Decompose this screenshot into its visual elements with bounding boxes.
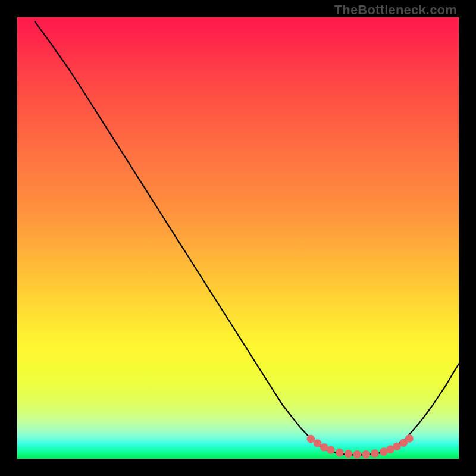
watermark-text: TheBottleneck.com bbox=[334, 2, 457, 18]
curve-marker bbox=[336, 449, 344, 457]
curve-markers bbox=[307, 434, 414, 458]
curve-line bbox=[35, 21, 459, 455]
curve-marker bbox=[362, 450, 370, 459]
curve-marker bbox=[405, 434, 414, 443]
chart-frame bbox=[17, 17, 459, 459]
curve-marker bbox=[353, 450, 362, 459]
curve-marker bbox=[371, 449, 379, 458]
curve-marker bbox=[307, 435, 315, 443]
curve-marker bbox=[327, 446, 335, 454]
chart-svg bbox=[17, 17, 459, 459]
curve-marker bbox=[345, 450, 353, 458]
